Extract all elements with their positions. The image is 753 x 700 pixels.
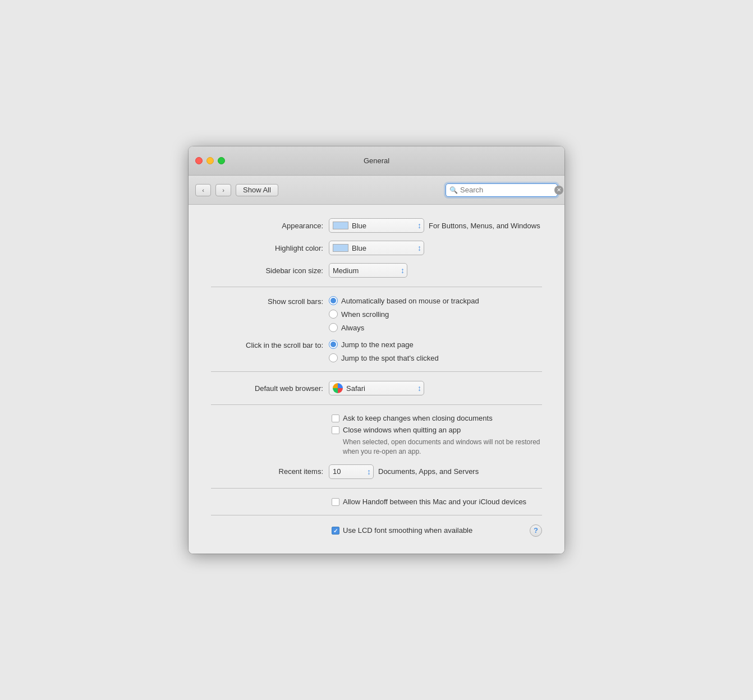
safari-icon bbox=[333, 383, 343, 393]
recent-items-select[interactable]: 10 ↕ bbox=[329, 464, 374, 479]
click-scroll-label: Click in the scroll bar to: bbox=[211, 340, 329, 362]
ask-changes-checkbox[interactable] bbox=[332, 415, 339, 422]
scroll-auto-radio[interactable] bbox=[329, 296, 338, 305]
scroll-scrolling-label: When scrolling bbox=[341, 310, 389, 319]
scroll-auto-label: Automatically based on mouse or trackpad bbox=[341, 297, 479, 305]
window-title: General bbox=[364, 156, 389, 165]
divider-2 bbox=[211, 371, 542, 372]
highlight-control: Blue ↕ bbox=[329, 241, 542, 255]
click-next-row: Jump to the next page bbox=[329, 340, 439, 349]
ask-changes-label: Ask to keep changes when closing documen… bbox=[343, 414, 493, 422]
appearance-label: Appearance: bbox=[211, 222, 329, 230]
sidebar-value: Medium bbox=[333, 266, 398, 275]
click-spot-row: Jump to the spot that's clicked bbox=[329, 353, 439, 362]
close-windows-group: Close windows when quitting an app When … bbox=[332, 426, 542, 457]
recent-items-arrows-icon: ↕ bbox=[367, 467, 371, 476]
checkboxes-section: Ask to keep changes when closing documen… bbox=[211, 414, 542, 457]
handoff-label: Allow Handoff between this Mac and your … bbox=[343, 498, 526, 506]
search-clear-button[interactable]: ✕ bbox=[554, 186, 563, 195]
browser-arrows-icon: ↕ bbox=[417, 384, 421, 393]
appearance-hint: For Buttons, Menus, and Windows bbox=[429, 222, 540, 230]
scroll-bars-options: Automatically based on mouse or trackpad… bbox=[329, 296, 479, 332]
help-button[interactable]: ? bbox=[530, 524, 542, 537]
highlight-swatch bbox=[333, 244, 348, 252]
ask-changes-row: Ask to keep changes when closing documen… bbox=[332, 414, 542, 422]
scroll-auto-row: Automatically based on mouse or trackpad bbox=[329, 296, 479, 305]
forward-button[interactable]: › bbox=[215, 184, 231, 196]
browser-control: Safari ↕ bbox=[329, 381, 542, 395]
scroll-always-label: Always bbox=[341, 324, 364, 332]
sidebar-control: Medium ↕ bbox=[329, 263, 542, 278]
close-windows-row: Close windows when quitting an app bbox=[332, 426, 542, 434]
close-windows-checkbox[interactable] bbox=[332, 426, 339, 434]
scroll-bars-section: Show scroll bars: Automatically based on… bbox=[211, 296, 542, 332]
search-input[interactable] bbox=[460, 186, 554, 194]
preferences-window: General ‹ › Show All 🔍 ✕ Appearance: Blu… bbox=[189, 146, 564, 554]
show-all-button[interactable]: Show All bbox=[236, 184, 278, 196]
recent-items-label: Recent items: bbox=[211, 467, 329, 476]
highlight-arrows-icon: ↕ bbox=[417, 243, 421, 252]
close-windows-sublabel: When selected, open documents and window… bbox=[332, 438, 542, 457]
handoff-row: Allow Handoff between this Mac and your … bbox=[332, 498, 542, 506]
click-next-label: Jump to the next page bbox=[341, 340, 414, 349]
click-spot-radio[interactable] bbox=[329, 353, 338, 362]
browser-value: Safari bbox=[346, 384, 415, 393]
highlight-select[interactable]: Blue ↕ bbox=[329, 241, 424, 255]
search-icon: 🔍 bbox=[449, 186, 458, 194]
highlight-row: Highlight color: Blue ↕ bbox=[211, 241, 542, 255]
content-area: Appearance: Blue ↕ For Buttons, Menus, a… bbox=[189, 205, 564, 554]
scroll-scrolling-radio[interactable] bbox=[329, 310, 338, 319]
appearance-swatch bbox=[333, 222, 348, 229]
scroll-always-row: Always bbox=[329, 323, 479, 332]
traffic-lights bbox=[195, 157, 225, 164]
lcd-row: Use LCD font smoothing when available ? bbox=[211, 524, 542, 537]
click-next-radio[interactable] bbox=[329, 340, 338, 349]
click-scroll-section: Click in the scroll bar to: Jump to the … bbox=[211, 340, 542, 362]
sidebar-select[interactable]: Medium ↕ bbox=[329, 263, 407, 278]
recent-items-control: 10 ↕ Documents, Apps, and Servers bbox=[329, 464, 542, 479]
toolbar: ‹ › Show All 🔍 ✕ bbox=[189, 176, 564, 205]
divider-4 bbox=[211, 488, 542, 489]
divider-1 bbox=[211, 287, 542, 287]
minimize-button[interactable] bbox=[206, 157, 214, 164]
scroll-bars-label: Show scroll bars: bbox=[211, 296, 329, 332]
recent-items-hint: Documents, Apps, and Servers bbox=[378, 467, 479, 476]
handoff-section: Allow Handoff between this Mac and your … bbox=[211, 498, 542, 506]
close-button[interactable] bbox=[195, 157, 203, 164]
appearance-arrows-icon: ↕ bbox=[417, 221, 421, 230]
appearance-value: Blue bbox=[352, 222, 415, 230]
handoff-checkbox[interactable] bbox=[332, 498, 339, 506]
recent-items-row: Recent items: 10 ↕ Documents, Apps, and … bbox=[211, 464, 542, 479]
sidebar-arrows-icon: ↕ bbox=[401, 266, 405, 275]
scroll-scrolling-row: When scrolling bbox=[329, 310, 479, 319]
lcd-control: Use LCD font smoothing when available bbox=[211, 526, 472, 535]
appearance-row: Appearance: Blue ↕ For Buttons, Menus, a… bbox=[211, 218, 542, 233]
highlight-value: Blue bbox=[352, 244, 415, 252]
sidebar-row: Sidebar icon size: Medium ↕ bbox=[211, 263, 542, 278]
lcd-label: Use LCD font smoothing when available bbox=[343, 526, 472, 535]
click-scroll-options: Jump to the next page Jump to the spot t… bbox=[329, 340, 439, 362]
divider-5 bbox=[211, 515, 542, 515]
divider-3 bbox=[211, 404, 542, 405]
maximize-button[interactable] bbox=[218, 157, 225, 164]
sidebar-label: Sidebar icon size: bbox=[211, 266, 329, 275]
appearance-select[interactable]: Blue ↕ bbox=[329, 218, 424, 233]
scroll-always-radio[interactable] bbox=[329, 323, 338, 332]
highlight-label: Highlight color: bbox=[211, 244, 329, 252]
browser-row: Default web browser: Safari ↕ bbox=[211, 381, 542, 395]
back-button[interactable]: ‹ bbox=[195, 184, 211, 196]
search-box: 🔍 ✕ bbox=[446, 183, 558, 197]
recent-items-value: 10 bbox=[333, 467, 365, 476]
close-windows-label: Close windows when quitting an app bbox=[343, 426, 461, 434]
titlebar: General bbox=[189, 146, 564, 176]
appearance-control: Blue ↕ For Buttons, Menus, and Windows bbox=[329, 218, 542, 233]
click-spot-label: Jump to the spot that's clicked bbox=[341, 354, 439, 362]
browser-label: Default web browser: bbox=[211, 384, 329, 393]
browser-select[interactable]: Safari ↕ bbox=[329, 381, 424, 395]
lcd-checkbox[interactable] bbox=[332, 527, 339, 535]
